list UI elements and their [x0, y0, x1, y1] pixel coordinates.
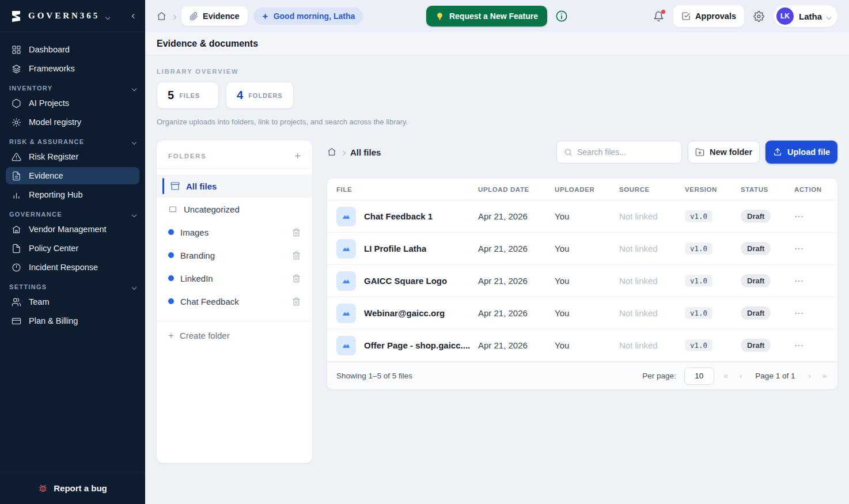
report-bug-button[interactable]: Report a bug — [0, 472, 145, 504]
trash-icon[interactable] — [292, 251, 301, 260]
chevron-down-icon — [132, 211, 136, 218]
create-folder-button[interactable]: + Create folder — [157, 321, 312, 350]
sun-sparkle-icon — [12, 118, 21, 127]
user-menu[interactable]: LK Latha — [774, 5, 837, 27]
file-name[interactable]: Offer Page - shop.gaicc.... — [364, 340, 470, 350]
search-box[interactable] — [556, 141, 682, 164]
folder-dot-icon — [168, 252, 174, 258]
sidebar-item-vendor-management[interactable]: Vendor Management — [6, 221, 139, 238]
chevron-down-icon — [132, 85, 136, 92]
sidebar-section-settings[interactable]: SETTINGS — [9, 283, 136, 290]
sidebar-item-risk-register[interactable]: Risk Register — [6, 148, 139, 165]
add-folder-icon[interactable]: + — [294, 151, 301, 161]
last-page-icon[interactable]: » — [821, 372, 828, 380]
info-icon[interactable] — [555, 10, 568, 22]
row-actions-menu-icon[interactable]: ⋯ — [794, 243, 828, 254]
page-indicator: Page 1 of 1 — [755, 372, 795, 380]
file-name[interactable]: GAICC Square Logo — [364, 276, 447, 286]
file-name[interactable]: Chat Feedback 1 — [364, 211, 433, 221]
source: Not linked — [619, 276, 685, 286]
source: Not linked — [619, 244, 685, 253]
sidebar-item-label: Vendor Management — [29, 225, 107, 234]
folder-item-linkedin[interactable]: LinkedIn — [157, 267, 312, 290]
folder-item-uncategorized[interactable]: Uncategorized — [157, 198, 312, 221]
column-header: UPLOADER — [555, 186, 619, 193]
per-page-input[interactable] — [684, 367, 714, 385]
page-title-bar: Evidence & documents — [145, 32, 849, 55]
sidebar-item-label: Incident Response — [29, 263, 98, 272]
row-actions-menu-icon[interactable]: ⋯ — [794, 340, 828, 351]
breadcrumb-evidence-pill[interactable]: Evidence — [181, 6, 248, 26]
trash-icon[interactable] — [292, 228, 301, 237]
sidebar-item-plan-billing[interactable]: Plan & Billing — [6, 312, 139, 329]
sidebar-item-label: Risk Register — [29, 152, 78, 161]
table-header-row: FILE UPLOAD DATE UPLOADER SOURCE VERSION… — [327, 179, 837, 200]
row-actions-menu-icon[interactable]: ⋯ — [794, 275, 828, 286]
chevron-down-icon — [132, 138, 136, 145]
trash-icon[interactable] — [292, 274, 301, 283]
notification-dot — [661, 10, 665, 14]
folder-label: Uncategorized — [184, 204, 240, 214]
file-name[interactable]: Webinar@gaicc.org — [364, 308, 445, 318]
new-folder-label: New folder — [710, 147, 752, 157]
document-icon — [12, 171, 21, 181]
folders-count-label: FOLDERS — [248, 92, 283, 99]
row-actions-menu-icon[interactable]: ⋯ — [794, 211, 828, 222]
sidebar-item-incident-response[interactable]: Incident Response — [6, 259, 139, 276]
sidebar-item-frameworks[interactable]: Frameworks — [6, 60, 139, 77]
prev-page-icon[interactable]: ‹ — [738, 372, 744, 380]
approvals-button[interactable]: Approvals — [673, 5, 744, 27]
greeting-label: Good morning, Latha — [274, 12, 355, 21]
home-icon[interactable] — [157, 12, 166, 21]
brand-chevron-down-icon[interactable] — [106, 11, 109, 21]
building-icon — [12, 225, 21, 234]
table-row[interactable]: LI Profile Latha Apr 21, 2026 You Not li… — [327, 233, 837, 265]
first-page-icon[interactable]: « — [722, 372, 730, 380]
file-name[interactable]: LI Profile Latha — [364, 244, 426, 253]
trash-icon[interactable] — [292, 297, 301, 306]
sidebar-section-risk-assurance[interactable]: RISK & ASSURANCE — [9, 138, 136, 145]
new-folder-button[interactable]: New folder — [688, 141, 760, 164]
source: Not linked — [619, 211, 685, 221]
page-content: LIBRARY OVERVIEW 5 FILES 4 FOLDERS Organ… — [145, 55, 849, 504]
sidebar-item-team[interactable]: Team — [6, 293, 139, 310]
search-input[interactable] — [577, 147, 674, 157]
table-row[interactable]: GAICC Square Logo Apr 21, 2026 You Not l… — [327, 265, 837, 297]
sidebar-item-label: Dashboard — [29, 45, 70, 54]
files-table: FILE UPLOAD DATE UPLOADER SOURCE VERSION… — [327, 179, 837, 389]
sidebar-item-ai-projects[interactable]: AI Projects — [6, 94, 139, 112]
folder-item-chat-feedback[interactable]: Chat Feedback — [157, 290, 312, 313]
sidebar-item-evidence[interactable]: Evidence — [6, 167, 139, 184]
folder-item-all-files[interactable]: All files — [157, 175, 312, 198]
sidebar-section-governance[interactable]: GOVERNANCE — [9, 211, 136, 218]
sidebar-item-label: Plan & Billing — [29, 316, 78, 325]
settings-gear-icon[interactable] — [753, 11, 764, 22]
image-thumbnail-icon — [336, 239, 356, 259]
folder-item-images[interactable]: Images — [157, 221, 312, 244]
upload-date: Apr 21, 2026 — [478, 340, 555, 350]
sidebar-item-dashboard[interactable]: Dashboard — [6, 41, 139, 58]
status-badge: Draft — [741, 274, 771, 287]
column-header: STATUS — [741, 186, 794, 193]
row-actions-menu-icon[interactable]: ⋯ — [794, 308, 828, 319]
table-row[interactable]: Webinar@gaicc.org Apr 21, 2026 You Not l… — [327, 297, 837, 329]
upload-icon — [773, 147, 782, 157]
upload-file-button[interactable]: Upload file — [765, 141, 837, 164]
table-row[interactable]: Chat Feedback 1 Apr 21, 2026 You Not lin… — [327, 200, 837, 233]
greeting-badge[interactable]: Good morning, Latha — [253, 7, 363, 25]
sidebar-nav: Dashboard Frameworks INVENTORY AI Projec… — [0, 32, 145, 472]
sidebar-section-inventory[interactable]: INVENTORY — [9, 85, 136, 92]
sidebar-item-policy-center[interactable]: Policy Center — [6, 240, 139, 257]
home-icon[interactable] — [327, 147, 336, 157]
table-row[interactable]: Offer Page - shop.gaicc.... Apr 21, 2026… — [327, 329, 837, 362]
sidebar-collapse-icon[interactable] — [132, 14, 136, 18]
sidebar-item-model-registry[interactable]: Model registry — [6, 113, 139, 131]
notifications-bell-icon[interactable] — [653, 11, 664, 22]
folder-item-branding[interactable]: Branding — [157, 244, 312, 267]
file-icon — [12, 244, 21, 253]
avatar: LK — [776, 7, 794, 25]
next-page-icon[interactable]: › — [806, 372, 812, 380]
folders-count: 4 — [237, 89, 243, 102]
sidebar-item-reporting-hub[interactable]: Reporting Hub — [6, 186, 139, 203]
request-feature-button[interactable]: Request a New Feature — [426, 6, 547, 26]
